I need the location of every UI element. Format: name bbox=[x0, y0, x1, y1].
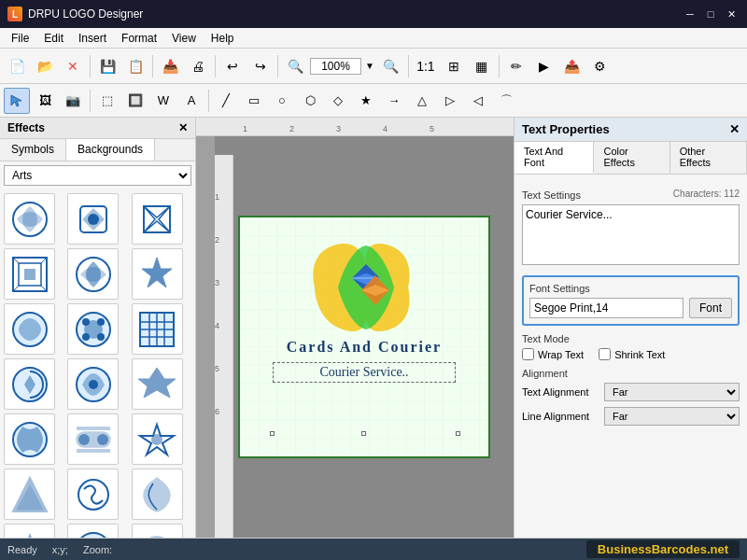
polygon-tool[interactable]: ⬡ bbox=[297, 88, 323, 114]
rtriangle-tool[interactable]: ▷ bbox=[437, 88, 463, 114]
text-alignment-select[interactable]: Far Near Center bbox=[604, 383, 740, 401]
panel-close-icon[interactable]: ✕ bbox=[178, 121, 188, 134]
symbol-item[interactable] bbox=[67, 358, 119, 410]
symbol-item[interactable] bbox=[67, 469, 119, 520]
rect-tool[interactable]: ▭ bbox=[241, 88, 267, 114]
courier-service-text[interactable]: Courier Service.. bbox=[273, 362, 456, 383]
fit-button[interactable]: 1:1 bbox=[413, 53, 439, 79]
texture-tool[interactable]: 🔲 bbox=[122, 88, 148, 114]
menu-file[interactable]: File bbox=[4, 30, 36, 47]
wordart-tool[interactable]: W bbox=[150, 88, 176, 114]
symbol-item[interactable] bbox=[67, 303, 119, 355]
symbol-item[interactable] bbox=[132, 524, 183, 538]
maximize-button[interactable]: □ bbox=[702, 6, 719, 22]
separator-1 bbox=[90, 55, 91, 77]
zoom-out-button[interactable]: 🔍 bbox=[378, 53, 404, 79]
circle-tool[interactable]: ○ bbox=[269, 88, 295, 114]
symbol-item[interactable] bbox=[67, 193, 119, 245]
menu-edit[interactable]: Edit bbox=[36, 30, 71, 47]
close-button[interactable]: ✕ bbox=[723, 6, 740, 22]
menu-view[interactable]: View bbox=[164, 30, 204, 47]
font-input[interactable] bbox=[529, 298, 684, 318]
svg-rect-35 bbox=[77, 427, 110, 430]
undo-button[interactable]: ↩ bbox=[219, 53, 246, 79]
title-bar-left: L DRPU LOGO Designer bbox=[7, 7, 143, 21]
tab-backgrounds[interactable]: Backgrounds bbox=[66, 139, 155, 161]
tab-text-font[interactable]: Text And Font bbox=[514, 142, 594, 174]
diamond-tool[interactable]: ◇ bbox=[325, 88, 351, 114]
tab-other-effects[interactable]: Other Effects bbox=[670, 142, 747, 174]
font-button[interactable]: Font bbox=[689, 298, 732, 318]
ruler-top: 1 2 3 4 5 bbox=[196, 118, 514, 136]
text-tool[interactable]: A bbox=[178, 88, 204, 114]
line-alignment-select[interactable]: Far Near Center bbox=[604, 407, 740, 426]
symbol-item[interactable] bbox=[132, 248, 183, 300]
print-button[interactable]: 🖨 bbox=[185, 53, 211, 79]
ltriangle-tool[interactable]: ◁ bbox=[465, 88, 491, 114]
symbol-item[interactable] bbox=[4, 413, 55, 465]
symbol-item[interactable] bbox=[132, 303, 183, 355]
separator-2 bbox=[152, 55, 153, 77]
svg-rect-7 bbox=[24, 269, 35, 280]
separator-3 bbox=[215, 55, 216, 77]
right-panel-close-icon[interactable]: ✕ bbox=[729, 122, 740, 136]
symbol-item[interactable] bbox=[4, 358, 55, 410]
import-button[interactable]: 📥 bbox=[157, 53, 183, 79]
photo-tool[interactable]: 📷 bbox=[60, 88, 86, 114]
triangle-tool[interactable]: △ bbox=[409, 88, 435, 114]
wrap-text-label: Wrap Text bbox=[538, 349, 584, 360]
symbol-item[interactable] bbox=[132, 358, 183, 410]
save-button[interactable]: 💾 bbox=[94, 53, 120, 79]
minimize-button[interactable]: ─ bbox=[682, 6, 698, 22]
branding-text: BusinessBarcodes.net bbox=[598, 542, 728, 556]
symbol-item[interactable] bbox=[4, 469, 55, 520]
status-branding: BusinessBarcodes.net bbox=[586, 540, 740, 558]
edit-tool[interactable]: ✏ bbox=[503, 53, 529, 79]
checkbox-row: Wrap Text Shrink Text bbox=[522, 348, 740, 360]
svg-marker-41 bbox=[13, 533, 47, 539]
export-button[interactable]: 📤 bbox=[559, 53, 585, 79]
symbol-item[interactable] bbox=[4, 524, 55, 538]
close-doc-button[interactable]: ✕ bbox=[60, 53, 86, 79]
redo-button[interactable]: ↪ bbox=[247, 53, 274, 79]
image-tool[interactable]: 🖼 bbox=[32, 88, 58, 114]
text-align-row: Text Alignment Far Near Center bbox=[522, 383, 740, 401]
grid-button[interactable]: ⊞ bbox=[441, 53, 467, 79]
symbol-item[interactable] bbox=[67, 248, 119, 300]
select-tool[interactable] bbox=[4, 88, 30, 114]
zoom-dropdown[interactable]: ▼ bbox=[363, 59, 376, 73]
text-settings-section: Text Settings Characters: 112 bbox=[522, 182, 740, 268]
menu-insert[interactable]: Insert bbox=[71, 30, 114, 47]
arc-tool[interactable]: ⌒ bbox=[493, 88, 519, 114]
text-input[interactable] bbox=[522, 204, 740, 265]
symbol-item[interactable] bbox=[67, 524, 119, 538]
symbol-item[interactable] bbox=[132, 193, 183, 245]
menu-format[interactable]: Format bbox=[114, 30, 164, 47]
new-button[interactable]: 📄 bbox=[4, 53, 30, 79]
grid2-button[interactable]: ▦ bbox=[469, 53, 495, 79]
symbol-item[interactable] bbox=[4, 248, 55, 300]
settings-button[interactable]: ⚙ bbox=[587, 53, 613, 79]
wrap-text-checkbox[interactable] bbox=[522, 348, 534, 360]
star-tool[interactable]: ★ bbox=[353, 88, 379, 114]
shrink-text-checkbox[interactable] bbox=[599, 348, 611, 360]
symbol-item[interactable] bbox=[4, 193, 55, 245]
company-name-text: Cards And Courier bbox=[254, 339, 474, 356]
symbol-item[interactable] bbox=[132, 469, 183, 520]
zoom-in-icon[interactable]: 🔍 bbox=[282, 53, 308, 79]
saveas-button[interactable]: 📋 bbox=[122, 53, 148, 79]
preview-button[interactable]: ▶ bbox=[531, 53, 557, 79]
tab-color-effects[interactable]: Color Effects bbox=[594, 142, 669, 174]
symbol-item[interactable] bbox=[67, 413, 119, 465]
open-button[interactable]: 📂 bbox=[32, 53, 58, 79]
arrow-tool[interactable]: → bbox=[381, 88, 407, 114]
line-tool[interactable]: ╱ bbox=[213, 88, 239, 114]
text-alignment-label: Text Alignment bbox=[522, 386, 597, 398]
menu-help[interactable]: Help bbox=[204, 30, 242, 47]
status-ready: Ready bbox=[7, 544, 37, 555]
layer-tool[interactable]: ⬚ bbox=[94, 88, 120, 114]
symbol-item[interactable] bbox=[4, 303, 55, 355]
category-select[interactable]: Arts Nature Business Abstract bbox=[4, 165, 191, 186]
tab-symbols[interactable]: Symbols bbox=[0, 139, 66, 161]
symbol-item[interactable] bbox=[132, 413, 183, 465]
